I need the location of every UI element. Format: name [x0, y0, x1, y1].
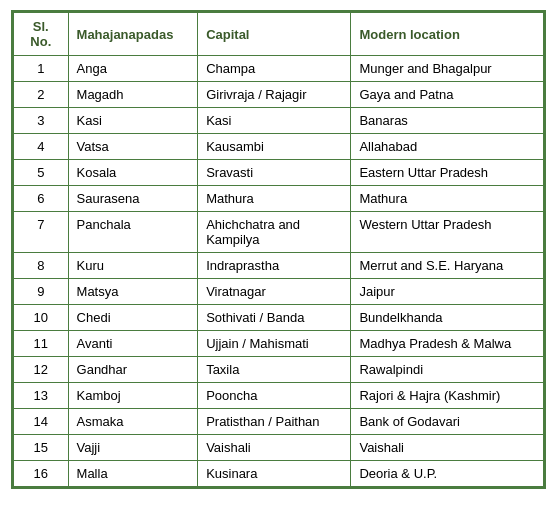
cell-modern-location: Banaras: [351, 108, 544, 134]
cell-capital: Kausambi: [198, 134, 351, 160]
cell-name: Vatsa: [68, 134, 198, 160]
cell-modern-location: Rajori & Hajra (Kashmir): [351, 383, 544, 409]
cell-capital: Viratnagar: [198, 279, 351, 305]
cell-slno: 10: [14, 305, 69, 331]
table-row: 8KuruIndraprasthaMerrut and S.E. Haryana: [14, 253, 544, 279]
cell-slno: 16: [14, 461, 69, 487]
cell-capital: Sothivati / Banda: [198, 305, 351, 331]
cell-modern-location: Bank of Godavari: [351, 409, 544, 435]
table-row: 13KambojPoonchaRajori & Hajra (Kashmir): [14, 383, 544, 409]
cell-modern-location: Eastern Uttar Pradesh: [351, 160, 544, 186]
cell-capital: Ujjain / Mahismati: [198, 331, 351, 357]
table-row: 14AsmakaPratisthan / PaithanBank of Goda…: [14, 409, 544, 435]
cell-name: Panchala: [68, 212, 198, 253]
cell-slno: 15: [14, 435, 69, 461]
cell-capital: Champa: [198, 56, 351, 82]
cell-capital: Vaishali: [198, 435, 351, 461]
cell-slno: 8: [14, 253, 69, 279]
table-row: 16MallaKusinaraDeoria & U.P.: [14, 461, 544, 487]
cell-modern-location: Allahabad: [351, 134, 544, 160]
cell-modern-location: Mathura: [351, 186, 544, 212]
cell-name: Vajji: [68, 435, 198, 461]
cell-name: Malla: [68, 461, 198, 487]
cell-capital: Sravasti: [198, 160, 351, 186]
cell-slno: 3: [14, 108, 69, 134]
header-capital: Capital: [198, 13, 351, 56]
cell-name: Kasi: [68, 108, 198, 134]
cell-capital: Girivraja / Rajagir: [198, 82, 351, 108]
cell-capital: Taxila: [198, 357, 351, 383]
cell-slno: 4: [14, 134, 69, 160]
header-mahajanapadas: Mahajanapadas: [68, 13, 198, 56]
cell-name: Kuru: [68, 253, 198, 279]
cell-name: Chedi: [68, 305, 198, 331]
table-row: 6SaurasenaMathuraMathura: [14, 186, 544, 212]
cell-capital: Pooncha: [198, 383, 351, 409]
cell-modern-location: Gaya and Patna: [351, 82, 544, 108]
table-row: 7PanchalaAhichchatra and KampilyaWestern…: [14, 212, 544, 253]
cell-slno: 11: [14, 331, 69, 357]
table-row: 4VatsaKausambiAllahabad: [14, 134, 544, 160]
table-header-row: Sl. No. Mahajanapadas Capital Modern loc…: [14, 13, 544, 56]
cell-slno: 6: [14, 186, 69, 212]
cell-capital: Mathura: [198, 186, 351, 212]
mahajanapadas-table: Sl. No. Mahajanapadas Capital Modern loc…: [11, 10, 546, 489]
cell-modern-location: Western Uttar Pradesh: [351, 212, 544, 253]
cell-modern-location: Merrut and S.E. Haryana: [351, 253, 544, 279]
cell-slno: 9: [14, 279, 69, 305]
cell-name: Anga: [68, 56, 198, 82]
cell-name: Saurasena: [68, 186, 198, 212]
cell-slno: 12: [14, 357, 69, 383]
cell-modern-location: Madhya Pradesh & Malwa: [351, 331, 544, 357]
table-row: 1AngaChampaMunger and Bhagalpur: [14, 56, 544, 82]
cell-modern-location: Jaipur: [351, 279, 544, 305]
cell-slno: 5: [14, 160, 69, 186]
header-modern-location: Modern location: [351, 13, 544, 56]
cell-name: Avanti: [68, 331, 198, 357]
cell-capital: Kusinara: [198, 461, 351, 487]
cell-capital: Kasi: [198, 108, 351, 134]
cell-slno: 7: [14, 212, 69, 253]
table-row: 12GandharTaxilaRawalpindi: [14, 357, 544, 383]
cell-modern-location: Deoria & U.P.: [351, 461, 544, 487]
cell-slno: 13: [14, 383, 69, 409]
table-row: 5KosalaSravastiEastern Uttar Pradesh: [14, 160, 544, 186]
cell-name: Kamboj: [68, 383, 198, 409]
cell-modern-location: Rawalpindi: [351, 357, 544, 383]
table-row: 11AvantiUjjain / MahismatiMadhya Pradesh…: [14, 331, 544, 357]
cell-name: Kosala: [68, 160, 198, 186]
cell-capital: Indraprastha: [198, 253, 351, 279]
cell-slno: 2: [14, 82, 69, 108]
cell-name: Matsya: [68, 279, 198, 305]
cell-name: Magadh: [68, 82, 198, 108]
cell-modern-location: Vaishali: [351, 435, 544, 461]
cell-capital: Pratisthan / Paithan: [198, 409, 351, 435]
cell-name: Asmaka: [68, 409, 198, 435]
table-row: 2MagadhGirivraja / RajagirGaya and Patna: [14, 82, 544, 108]
cell-modern-location: Bundelkhanda: [351, 305, 544, 331]
cell-capital: Ahichchatra and Kampilya: [198, 212, 351, 253]
table-row: 15VajjiVaishaliVaishali: [14, 435, 544, 461]
cell-modern-location: Munger and Bhagalpur: [351, 56, 544, 82]
cell-name: Gandhar: [68, 357, 198, 383]
table-row: 10ChediSothivati / BandaBundelkhanda: [14, 305, 544, 331]
table-row: 3KasiKasiBanaras: [14, 108, 544, 134]
header-slno: Sl. No.: [14, 13, 69, 56]
cell-slno: 1: [14, 56, 69, 82]
table-row: 9MatsyaViratnagarJaipur: [14, 279, 544, 305]
cell-slno: 14: [14, 409, 69, 435]
